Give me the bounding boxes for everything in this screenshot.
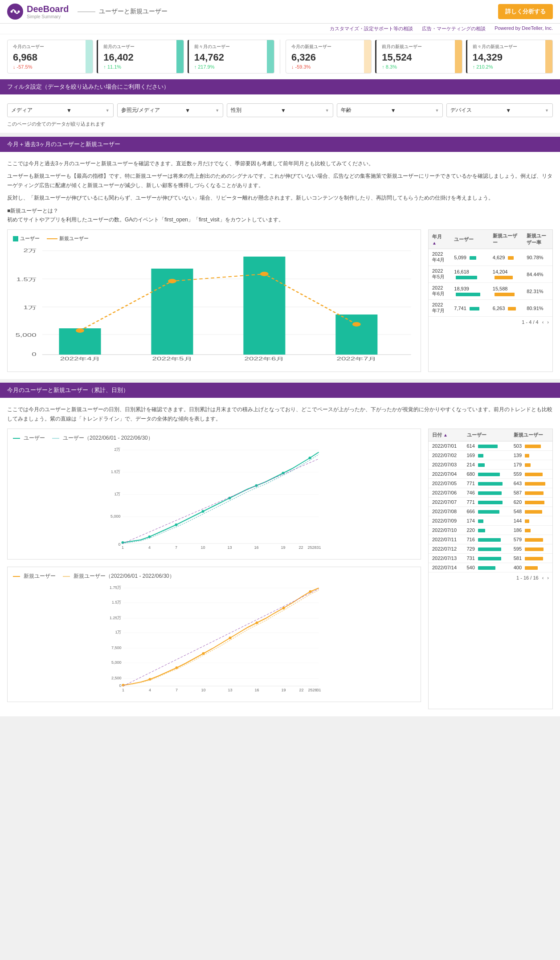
col-new-users[interactable]: 新規ユーザー (489, 230, 523, 249)
trend-line-new-user (123, 589, 319, 686)
daily-table-row: 2022/07/06 746 587 (429, 488, 552, 498)
daily-users-cell: 614 (463, 441, 510, 451)
powered-by-link[interactable]: Powered by DeeTeller, Inc. (495, 25, 553, 32)
svg-text:16: 16 (254, 688, 259, 692)
user-line-chart: ユーザー ユーザー（2022/06/01 - 2022/06/30） 2万 1.… (7, 429, 421, 560)
month-cell: 2022年6月 (429, 283, 450, 300)
svg-text:1.5万: 1.5万 (112, 600, 122, 605)
svg-text:7: 7 (176, 688, 178, 692)
stat-value-0: 6,968 (13, 52, 87, 63)
svg-text:5,000: 5,000 (111, 660, 122, 665)
svg-text:4: 4 (149, 688, 151, 692)
legend-current-user: ユーザー (13, 434, 45, 442)
stat-value-2: 14,762 (194, 52, 269, 63)
user-color-swatch (13, 236, 18, 241)
svg-text:13: 13 (228, 688, 232, 692)
header-divider (78, 12, 95, 12)
date-cell: 2022/07/04 (429, 470, 463, 479)
daily-users-cell: 666 (463, 507, 510, 516)
svg-point-69 (282, 607, 285, 609)
daily-section-header: 今月のユーザーと新規ユーザー（累計、日別） (0, 383, 560, 398)
filter-gender[interactable]: 性別▼ (227, 103, 333, 117)
header: DeeBoard Simple Summary ユーザーと新規ユーザー 詳しく分… (0, 0, 560, 24)
new-user-line-legend: 新規ユーザー 新規ユーザー（2022/06/01 - 2022/06/30） (13, 572, 175, 580)
user-chart-title: ユーザー ユーザー（2022/06/01 - 2022/06/30） (13, 434, 415, 442)
daily-table-row: 2022/07/12 729 595 (429, 544, 552, 554)
bottom-charts: ユーザー ユーザー（2022/06/01 - 2022/06/30） 2万 1.… (7, 429, 421, 709)
users-cell: 18,939 (450, 283, 489, 300)
svg-text:5,000: 5,000 (110, 514, 121, 519)
stat-change-5: ↑ 210.2% (473, 64, 547, 69)
svg-text:1万: 1万 (114, 492, 120, 496)
monthly-table-row: 2022年7月 7,741 6,263 80.91% (429, 300, 552, 317)
users-cell: 5,099 (450, 249, 489, 266)
filter-section-header: フィルタ設定（データを絞り込みたい場合にご利用ください） (0, 79, 560, 94)
filter-age[interactable]: 年齢▼ (337, 103, 443, 117)
stat-value-4: 15,524 (382, 52, 456, 63)
daily-users-cell: 729 (463, 544, 510, 554)
daily-new-users-cell: 587 (510, 488, 552, 498)
col-users[interactable]: ユーザー (450, 230, 489, 249)
col-date[interactable]: 日付 ▲ (429, 429, 463, 441)
prev-page-icon[interactable]: ‹ (542, 319, 544, 325)
svg-text:31: 31 (316, 545, 321, 550)
svg-text:1万: 1万 (115, 630, 121, 634)
analyze-button[interactable]: 詳しく分析する (498, 4, 553, 19)
col-rate[interactable]: 新規ユーザー率 (523, 230, 552, 249)
filter-device[interactable]: デバイス▼ (446, 103, 553, 117)
new-user-line (80, 274, 357, 331)
stat-value-1: 16,402 (103, 52, 178, 63)
daily-pagination: 1 - 16 / 16 ‹ › (429, 572, 552, 583)
advertising-link[interactable]: 広告・マーケティングの相談 (422, 25, 486, 32)
daily-users-cell: 169 (463, 451, 510, 460)
current-new-user-line (123, 588, 319, 685)
daily-new-users-cell: 548 (510, 507, 552, 516)
daily-table-row: 2022/07/03 214 179 (429, 460, 552, 470)
header-title: ユーザーと新規ユーザー (99, 8, 168, 16)
svg-text:0: 0 (118, 542, 120, 547)
col-daily-new-users[interactable]: 新規ユーザー (510, 429, 552, 441)
prev-user-line (123, 454, 319, 543)
stat-card-4: 前月の新規ユーザー 15,524 ↑ 8.3% (375, 40, 462, 74)
logo-icon (7, 4, 23, 20)
stat-label-1: 前月のユーザー (103, 44, 178, 50)
svg-text:25: 25 (308, 688, 312, 692)
daily-description: ここでは今月のユーザーと新規ユーザーの日別、日別累計を確認できます。日別累計は月… (7, 405, 553, 423)
current-user-line (123, 452, 319, 543)
legend-new-user: 新規ユーザー (47, 235, 89, 242)
daily-users-cell: 220 (463, 526, 510, 535)
daily-chart-area: ユーザー ユーザー（2022/06/01 - 2022/06/30） 2万 1.… (7, 429, 553, 709)
next-page-icon[interactable]: › (547, 319, 549, 325)
col-month[interactable]: 年月 ▲ (429, 230, 450, 249)
new-user-dot-may (168, 279, 176, 283)
col-daily-users[interactable]: ユーザー (463, 429, 510, 441)
svg-text:2万: 2万 (114, 447, 120, 452)
daily-new-users-cell: 620 (510, 498, 552, 507)
daily-next-icon[interactable]: › (547, 575, 549, 580)
new-users-cell: 6,263 (489, 300, 523, 317)
svg-text:1: 1 (122, 545, 124, 550)
new-user-dot-jun (260, 272, 269, 276)
stat-label-0: 今月のユーザー (13, 44, 87, 50)
filter-media[interactable]: メディア▼ (7, 103, 114, 117)
svg-text:31: 31 (316, 688, 321, 692)
daily-users-cell: 771 (463, 479, 510, 488)
daily-users-cell: 746 (463, 488, 510, 498)
daily-new-users-cell: 400 (510, 563, 552, 572)
svg-text:22: 22 (298, 545, 303, 550)
new-user-dot-apr (76, 328, 84, 333)
daily-table-row: 2022/07/13 731 581 (429, 554, 552, 563)
customize-link[interactable]: カスタマイズ・設定サポート等の相談 (330, 25, 413, 32)
daily-new-users-cell: 581 (510, 554, 552, 563)
svg-point-67 (229, 637, 232, 639)
daily-new-users-cell: 559 (510, 470, 552, 479)
filter-row: メディア▼ 参照元/メディア▼ 性別▼ 年齢▼ デバイス▼ (7, 103, 553, 117)
daily-table-row: 2022/07/07 771 620 (429, 498, 552, 507)
svg-text:13: 13 (227, 545, 232, 550)
monthly-section-header: 今月＋過去3ヶ月のユーザーと新規ユーザー (0, 137, 560, 152)
daily-prev-icon[interactable]: ‹ (542, 575, 544, 580)
date-cell: 2022/07/06 (429, 488, 463, 498)
daily-users-cell: 540 (463, 563, 510, 572)
filter-source-medium[interactable]: 参照元/メディア▼ (117, 103, 224, 117)
monthly-description: ここでは今月と過去3ヶ月のユーザーと新規ユーザーを確認できます。直近数ヶ月だけで… (7, 159, 553, 224)
